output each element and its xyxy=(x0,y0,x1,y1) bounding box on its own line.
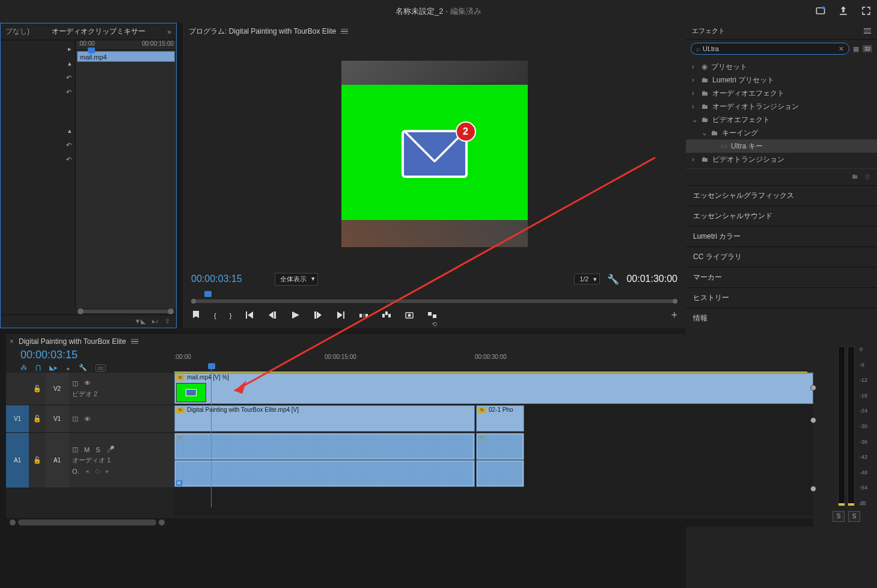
panel-menu-icon[interactable] xyxy=(341,29,348,34)
resolution-dropdown[interactable]: 1/2 xyxy=(574,274,600,284)
refresh-icon[interactable]: ⟲ xyxy=(432,320,437,328)
panel-menu-icon[interactable] xyxy=(864,28,871,34)
tree-ultra-key[interactable]: ▭Ultra キー xyxy=(686,139,877,153)
close-sequence-icon[interactable]: × xyxy=(10,337,14,346)
step-forward-icon[interactable] xyxy=(313,310,323,321)
tree-keying[interactable]: ⌄🖿キーイング xyxy=(686,126,877,139)
wrench-icon[interactable]: 🔧 xyxy=(607,274,619,285)
track-header-v1[interactable]: V1 🔓 V1 ◫👁 xyxy=(6,405,174,433)
tree-presets[interactable]: ›◉プリセット xyxy=(686,60,877,73)
track-header-a1[interactable]: A1 🔓 A1 ◫MS🎤 オーディオ 1 O.◂◇▸ xyxy=(6,433,174,488)
tree-lumetri-presets[interactable]: ›🖿Lumetri プリセット xyxy=(686,73,877,87)
effects-search-box[interactable]: ⌕ ✕ xyxy=(691,43,849,55)
track-header-v2[interactable]: 🔓 V2 ◫👁 ビデオ 2 xyxy=(6,373,174,405)
panel-overflow-icon[interactable]: » xyxy=(162,28,176,36)
marker-tool-icon[interactable]: ⬥ xyxy=(66,364,70,372)
tab-clip-none[interactable]: プなし) xyxy=(1,26,34,37)
panel-lumetri-color[interactable]: Lumetri カラー xyxy=(686,226,877,247)
panel-essential-graphics[interactable]: エッセンシャルグラフィックス xyxy=(686,185,877,206)
delete-icon[interactable]: 🗑 xyxy=(864,173,871,180)
solo-right-button[interactable]: S xyxy=(848,511,860,522)
export-frame-icon[interactable] xyxy=(405,310,414,321)
source-patch-a1[interactable]: A1 xyxy=(6,433,29,488)
comparison-icon[interactable] xyxy=(427,310,437,321)
tree-audio-effects[interactable]: ›🖿オーディオエフェクト xyxy=(686,87,877,100)
clear-search-icon[interactable]: ✕ xyxy=(839,45,844,53)
solo-button[interactable]: S xyxy=(96,446,100,453)
new-folder-icon[interactable]: 🖿 xyxy=(852,173,858,180)
lift-icon[interactable] xyxy=(359,310,368,321)
effects-panel-title[interactable]: エフェクト xyxy=(692,26,725,35)
up-arrow-icon[interactable]: ▴ xyxy=(1,56,72,70)
timeline-timecode[interactable]: 00:00:03:15 xyxy=(20,349,174,361)
clip-digital-painting-v1[interactable]: fx Digital Painting with TourBox Elite.m… xyxy=(174,405,475,432)
go-to-out-icon[interactable] xyxy=(336,310,346,321)
panel-history[interactable]: ヒストリー xyxy=(686,287,877,308)
panel-essential-sound[interactable]: エッセンシャルサウンド xyxy=(686,206,877,226)
go-to-in-icon[interactable] xyxy=(245,310,254,321)
tab-audio-clip-mixer[interactable]: オーディオクリップミキサー xyxy=(34,26,162,37)
voiceover-icon[interactable]: 🎤 xyxy=(106,446,115,453)
badge-32-icon[interactable]: 32 xyxy=(863,45,872,52)
add-keyframe-icon[interactable]: ◇ xyxy=(95,467,100,475)
clip-audio-a1r-2[interactable] xyxy=(476,460,524,487)
clip-audio-a1-2[interactable]: fx xyxy=(476,433,524,460)
tree-audio-transitions[interactable]: ›🖿オーディオトランジション xyxy=(686,100,877,113)
prev-keyframe-icon[interactable]: ◂ xyxy=(85,467,89,475)
clip-02-1-pho[interactable]: fx 02-1 Pho xyxy=(476,405,524,432)
extract-icon[interactable] xyxy=(382,310,391,321)
effects-search-input[interactable] xyxy=(703,45,839,52)
solo-left-button[interactable]: S xyxy=(833,511,845,522)
clip-audio-a1r-1[interactable]: R xyxy=(174,460,475,487)
source-playhead[interactable] xyxy=(88,47,95,54)
export-icon[interactable]: ⇪ xyxy=(165,317,170,325)
next-keyframe-icon[interactable]: ▸ xyxy=(106,467,109,475)
target-v1[interactable]: V1 xyxy=(46,405,69,432)
up-arrow-icon[interactable]: ▴ xyxy=(1,123,72,138)
clip-mail-v2[interactable]: fx mail.mp4 [V] %] xyxy=(174,373,813,404)
panel-menu-icon[interactable] xyxy=(131,339,138,345)
timeline-clips-area[interactable]: fx mail.mp4 [V] %] fx Digital Painting w… xyxy=(174,373,813,516)
panel-info[interactable]: 情報 xyxy=(686,308,877,328)
insert-tool-icon[interactable]: ⁂ xyxy=(20,364,27,372)
keyframe-mode[interactable]: O. xyxy=(72,468,79,475)
timeline-scrollbar[interactable] xyxy=(6,518,813,527)
lock-icon[interactable]: 🔓 xyxy=(29,456,46,464)
sync-lock-icon[interactable]: ◫ xyxy=(72,415,78,423)
timeline-ruler[interactable]: :00:00 00:00:15:00 00:00:30:00 xyxy=(174,349,813,373)
source-scrollbar[interactable] xyxy=(80,310,171,313)
program-scrubber[interactable] xyxy=(191,291,677,305)
target-v2[interactable]: V2 xyxy=(46,373,69,405)
eye-icon[interactable]: 👁 xyxy=(84,379,91,387)
panel-markers[interactable]: マーカー xyxy=(686,267,877,287)
share-icon[interactable] xyxy=(837,5,849,18)
panel-cc-libraries[interactable]: CC ライブラリ xyxy=(686,247,877,267)
step-back-icon[interactable] xyxy=(267,310,277,321)
sync-lock-icon[interactable]: ◫ xyxy=(72,379,78,387)
tree-video-effects[interactable]: ⌄🖿ビデオエフェクト xyxy=(686,113,877,126)
button-editor-icon[interactable]: + xyxy=(671,309,677,322)
program-timecode[interactable]: 00:00:03:15 xyxy=(191,274,242,284)
undo-icon[interactable]: ↶ xyxy=(1,85,72,99)
add-marker-icon[interactable] xyxy=(191,310,201,321)
play-icon[interactable] xyxy=(290,310,300,321)
lock-icon[interactable]: 🔓 xyxy=(29,385,46,393)
undo-icon[interactable]: ↶ xyxy=(1,70,72,85)
undo-icon[interactable]: ↶ xyxy=(1,138,72,152)
mark-out-icon[interactable]: } xyxy=(230,312,232,319)
timeline-playhead[interactable] xyxy=(208,363,215,369)
mute-button[interactable]: M xyxy=(84,446,90,453)
linked-selection-icon[interactable]: ◣▸ xyxy=(49,364,58,372)
quick-export-icon[interactable] xyxy=(814,5,827,18)
write-icon[interactable]: ▸♪ xyxy=(152,317,159,325)
program-viewer[interactable]: 2 xyxy=(183,40,686,268)
sequence-tab[interactable]: Digital Painting with TourBox Elite xyxy=(19,337,126,346)
clip-audio-a1-1[interactable]: fx xyxy=(174,433,475,460)
undo-icon[interactable]: ↶ xyxy=(1,152,72,167)
wrench-icon[interactable]: 🔧 xyxy=(79,364,87,372)
sync-lock-icon[interactable]: ◫ xyxy=(72,446,78,453)
fullscreen-icon[interactable] xyxy=(860,5,872,18)
lock-icon[interactable]: 🔓 xyxy=(29,415,46,423)
source-timeline[interactable]: :00:00 00:00:15:00 mail.mp4 xyxy=(75,40,176,308)
snap-icon[interactable]: ⋂ xyxy=(35,364,41,372)
